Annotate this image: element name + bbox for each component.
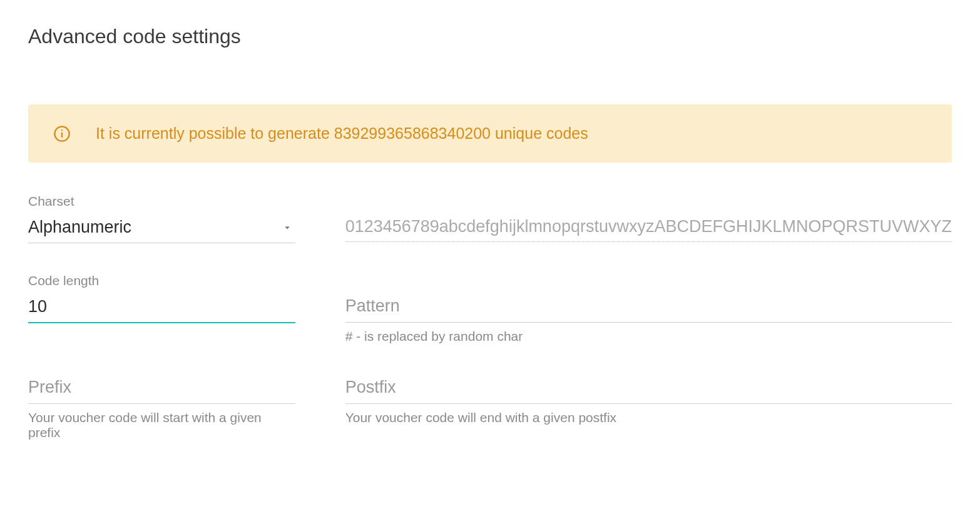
pattern-input[interactable] [345, 293, 952, 323]
charset-field: Charset Alphanumeric [28, 194, 295, 243]
code-length-input[interactable] [28, 293, 295, 323]
postfix-input[interactable] [345, 374, 952, 404]
info-banner: It is currently possible to generate 839… [28, 104, 952, 163]
charset-select[interactable]: Alphanumeric [28, 214, 295, 243]
charset-characters-field: 0123456789abcdefghijklmnopqrstuvwxyzABCD… [345, 194, 952, 243]
postfix-hint: Your voucher code will end with a given … [345, 410, 952, 425]
code-length-label: Code length [28, 273, 295, 288]
code-length-field: Code length [28, 273, 295, 344]
charset-label: Charset [28, 194, 295, 209]
charset-characters-display: 0123456789abcdefghijklmnopqrstuvwxyzABCD… [345, 213, 952, 242]
info-icon [53, 125, 71, 143]
prefix-field: Your voucher code will start with a give… [28, 374, 295, 440]
page-title: Advanced code settings [28, 25, 952, 48]
info-banner-text: It is currently possible to generate 839… [96, 124, 588, 143]
form-grid: Charset Alphanumeric 0123456789abcdefghi… [28, 194, 952, 440]
prefix-input[interactable] [28, 374, 295, 404]
postfix-field: Your voucher code will end with a given … [345, 374, 952, 440]
pattern-hint: # - is replaced by random char [345, 329, 952, 344]
prefix-hint: Your voucher code will start with a give… [28, 410, 295, 440]
svg-point-2 [61, 129, 63, 131]
pattern-field: # - is replaced by random char [345, 273, 952, 344]
